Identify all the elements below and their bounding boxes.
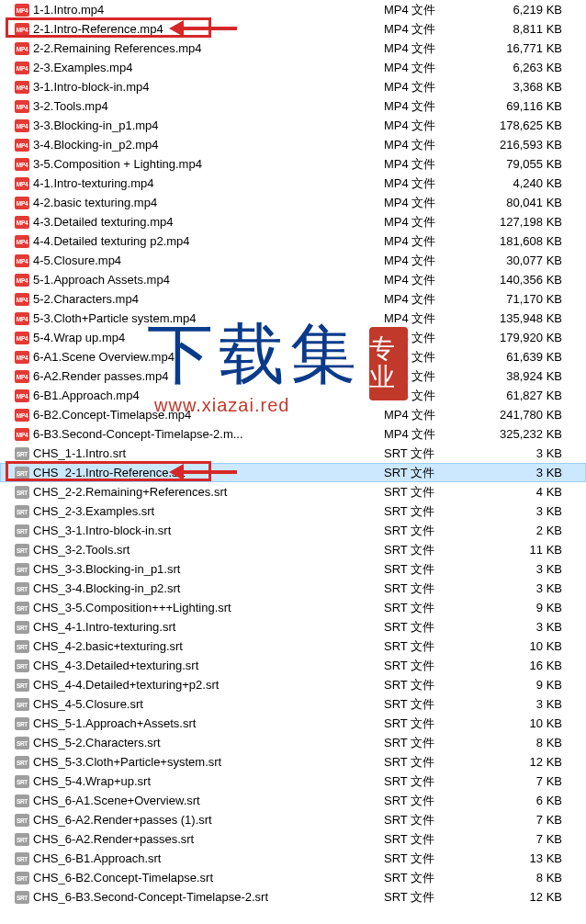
file-row[interactable]: CHS_4-5.Closure.srtSRT 文件3 KB <box>0 694 586 714</box>
file-row[interactable]: 5-3.Cloth+Particle system.mp4MP4 文件135,9… <box>0 309 586 328</box>
file-type: SRT 文件 <box>384 523 485 539</box>
mp4-file-icon <box>13 428 31 441</box>
file-size: 181,608 KB <box>485 234 568 248</box>
file-size: 12 KB <box>485 755 568 769</box>
file-row[interactable]: 6-B1.Approach.mp4MP4 文件61,827 KB <box>0 386 586 405</box>
file-row[interactable]: 3-5.Composition + Lighting.mp4MP4 文件79,0… <box>0 154 586 174</box>
file-name: CHS_2-2.Remaining+References.srt <box>31 485 384 499</box>
file-row[interactable]: 5-4.Wrap up.mp4MP4 文件179,920 KB <box>0 328 586 347</box>
file-type: SRT 文件 <box>384 870 485 886</box>
file-name: CHS_6-A2.Render+passes (1).srt <box>31 813 384 827</box>
file-type: MP4 文件 <box>384 368 485 385</box>
file-type: SRT 文件 <box>384 658 485 674</box>
file-row[interactable]: 6-B2.Concept-Timelapse.mp4MP4 文件241,780 … <box>0 405 586 424</box>
file-row[interactable]: 2-1.Intro-Reference.mp4MP4 文件8,811 KB <box>0 19 586 39</box>
file-row[interactable]: CHS_5-1.Approach+Assets.srtSRT 文件10 KB <box>0 714 586 733</box>
file-size: 61,827 KB <box>485 389 568 402</box>
file-row[interactable]: CHS_6-B1.Approach.srtSRT 文件13 KB <box>0 849 586 868</box>
file-row[interactable]: CHS_3-4.Blocking-in_p2.srtSRT 文件3 KB <box>0 579 586 598</box>
file-row[interactable]: CHS_4-2.basic+texturing.srtSRT 文件10 KB <box>0 637 586 656</box>
file-row[interactable]: 4-1.Intro-texturing.mp4MP4 文件4,240 KB <box>0 174 586 193</box>
file-size: 2 KB <box>485 524 568 537</box>
file-row[interactable]: CHS_6-B2.Concept-Timelapse.srtSRT 文件8 KB <box>0 868 586 887</box>
file-row[interactable]: CHS_3-1.Intro-block-in.srtSRT 文件2 KB <box>0 521 586 540</box>
srt-file-icon <box>13 698 31 711</box>
file-row[interactable]: CHS_4-1.Intro-texturing.srtSRT 文件3 KB <box>0 617 586 637</box>
file-name: CHS_4-3.Detailed+texturing.srt <box>31 659 384 672</box>
file-row[interactable]: CHS_5-3.Cloth+Particle+system.srtSRT 文件1… <box>0 752 586 772</box>
mp4-file-icon <box>13 119 31 132</box>
file-size: 179,920 KB <box>485 331 568 344</box>
file-name: CHS_2-1.Intro-Reference.srt <box>31 466 384 479</box>
file-row[interactable]: 3-1.Intro-block-in.mp4MP4 文件3,368 KB <box>0 77 586 96</box>
file-row[interactable]: 2-2.Remaining References.mp4MP4 文件16,771… <box>0 39 586 58</box>
file-row[interactable]: CHS_4-4.Detailed+texturing+p2.srtSRT 文件9… <box>0 675 586 694</box>
file-row[interactable]: CHS_4-3.Detailed+texturing.srtSRT 文件16 K… <box>0 656 586 675</box>
file-row[interactable]: CHS_2-3.Examples.srtSRT 文件3 KB <box>0 501 586 521</box>
file-name: CHS_6-B3.Second-Concept-Timelapse-2.srt <box>31 890 384 904</box>
file-row[interactable]: 3-3.Blocking-in_p1.mp4MP4 文件178,625 KB <box>0 116 586 135</box>
file-row[interactable]: CHS_2-1.Intro-Reference.srtSRT 文件3 KB <box>0 463 586 482</box>
srt-file-icon <box>13 467 31 479</box>
file-size: 127,198 KB <box>485 215 568 229</box>
file-name: 5-2.Characters.mp4 <box>31 292 384 306</box>
file-row[interactable]: 4-2.basic texturing.mp4MP4 文件80,041 KB <box>0 193 586 212</box>
file-type: SRT 文件 <box>384 445 485 462</box>
file-row[interactable]: 1-1.Intro.mp4MP4 文件6,219 KB <box>0 0 586 19</box>
file-size: 3 KB <box>485 562 568 576</box>
srt-file-icon <box>13 659 31 672</box>
file-row[interactable]: 3-2.Tools.mp4MP4 文件69,116 KB <box>0 96 586 116</box>
file-name: 4-2.basic texturing.mp4 <box>31 196 384 209</box>
file-type: SRT 文件 <box>384 773 485 790</box>
mp4-file-icon <box>13 158 31 171</box>
file-row[interactable]: 5-2.Characters.mp4MP4 文件71,170 KB <box>0 289 586 309</box>
file-size: 79,055 KB <box>485 157 568 171</box>
file-size: 13 KB <box>485 851 568 865</box>
file-list: 1-1.Intro.mp4MP4 文件6,219 KB2-1.Intro-Ref… <box>0 0 586 907</box>
file-name: 3-4.Blocking-in_p2.mp4 <box>31 138 384 152</box>
file-row[interactable]: CHS_3-3.Blocking-in_p1.srtSRT 文件3 KB <box>0 559 586 579</box>
file-row[interactable]: CHS_6-A1.Scene+Overview.srtSRT 文件6 KB <box>0 791 586 810</box>
file-type: SRT 文件 <box>384 754 485 771</box>
file-row[interactable]: CHS_3-2.Tools.srtSRT 文件11 KB <box>0 540 586 559</box>
file-row[interactable]: CHS_6-B3.Second-Concept-Timelapse-2.srtS… <box>0 887 586 907</box>
file-row[interactable]: 6-A2.Render passes.mp4MP4 文件38,924 KB <box>0 366 586 386</box>
file-size: 7 KB <box>485 813 568 827</box>
file-type: SRT 文件 <box>384 716 485 732</box>
file-name: 3-3.Blocking-in_p1.mp4 <box>31 118 384 132</box>
srt-file-icon <box>13 447 31 460</box>
file-row[interactable]: CHS_5-4.Wrap+up.srtSRT 文件7 KB <box>0 772 586 791</box>
file-row[interactable]: CHS_6-A2.Render+passes (1).srtSRT 文件7 KB <box>0 810 586 829</box>
file-type: MP4 文件 <box>384 175 485 192</box>
srt-file-icon <box>13 602 31 614</box>
file-row[interactable]: 4-5.Closure.mp4MP4 文件30,077 KB <box>0 251 586 270</box>
file-name: CHS_4-4.Detailed+texturing+p2.srt <box>31 678 384 692</box>
file-size: 8,811 KB <box>485 22 568 36</box>
file-row[interactable]: CHS_5-2.Characters.srtSRT 文件8 KB <box>0 733 586 752</box>
file-row[interactable]: 4-4.Detailed texturing p2.mp4MP4 文件181,6… <box>0 231 586 251</box>
file-size: 135,948 KB <box>485 311 568 325</box>
mp4-file-icon <box>13 312 31 325</box>
file-row[interactable]: 4-3.Detailed texturing.mp4MP4 文件127,198 … <box>0 212 586 231</box>
file-type: MP4 文件 <box>384 214 485 231</box>
file-row[interactable]: 6-B3.Second-Concept-Timelapse-2.m...MP4 … <box>0 424 586 444</box>
file-name: 6-A2.Render passes.mp4 <box>31 369 384 383</box>
file-row[interactable]: CHS_3-5.Composition+++Lighting.srtSRT 文件… <box>0 598 586 617</box>
file-name: CHS_3-5.Composition+++Lighting.srt <box>31 601 384 614</box>
file-size: 4,240 KB <box>485 176 568 190</box>
file-type: SRT 文件 <box>384 889 485 906</box>
mp4-file-icon <box>13 177 31 190</box>
file-row[interactable]: 6-A1.Scene Overview.mp4MP4 文件61,639 KB <box>0 347 586 366</box>
file-row[interactable]: 2-3.Examples.mp4MP4 文件6,263 KB <box>0 58 586 77</box>
file-row[interactable]: CHS_1-1.Intro.srtSRT 文件3 KB <box>0 444 586 463</box>
mp4-file-icon <box>13 332 31 344</box>
file-name: 3-2.Tools.mp4 <box>31 99 384 113</box>
file-row[interactable]: CHS_6-A2.Render+passes.srtSRT 文件7 KB <box>0 829 586 849</box>
file-row[interactable]: 5-1.Approach Assets.mp4MP4 文件140,356 KB <box>0 270 586 289</box>
file-row[interactable]: 3-4.Blocking-in_p2.mp4MP4 文件216,593 KB <box>0 135 586 154</box>
file-row[interactable]: CHS_2-2.Remaining+References.srtSRT 文件4 … <box>0 482 586 501</box>
mp4-file-icon <box>13 235 31 248</box>
file-size: 7 KB <box>485 832 568 846</box>
file-name: 3-1.Intro-block-in.mp4 <box>31 80 384 94</box>
srt-file-icon <box>13 544 31 557</box>
